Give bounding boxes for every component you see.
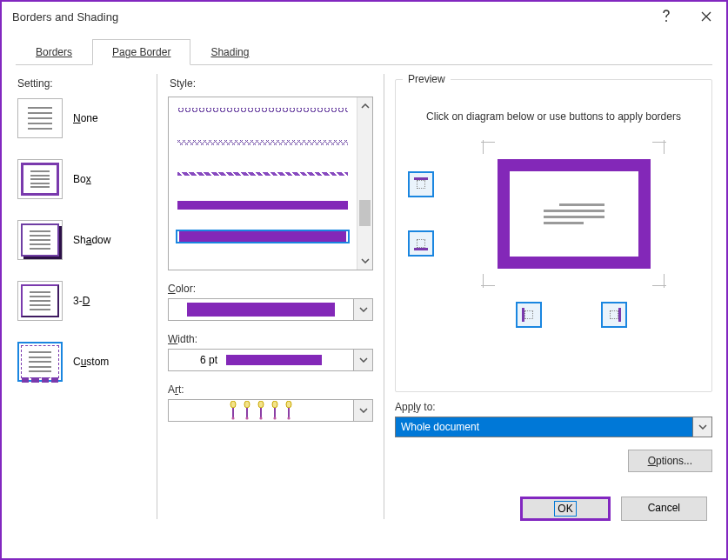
color-swatch <box>187 303 335 317</box>
preview-page <box>498 159 651 269</box>
svg-point-7 <box>272 401 277 408</box>
scroll-track[interactable] <box>357 115 372 252</box>
chevron-down-icon <box>361 258 370 263</box>
chevron-down-icon <box>359 357 368 363</box>
svg-point-1 <box>230 401 236 408</box>
cancel-button[interactable]: Cancel <box>621 497 707 521</box>
svg-point-6 <box>259 417 262 419</box>
width-label: Width: <box>168 333 373 345</box>
style-item-solid-thin[interactable] <box>176 198 350 212</box>
width-value: 6 pt <box>200 354 217 366</box>
preview-hint: Click on diagram below or use buttons to… <box>420 110 687 124</box>
style-item-zigzag[interactable] <box>176 136 350 150</box>
color-arrow[interactable] <box>353 299 372 320</box>
art-item-icon <box>284 401 294 420</box>
footer-buttons: OK Cancel <box>520 497 707 521</box>
art-item-icon <box>242 401 252 420</box>
dialog-borders-shading: Borders and Shading Borders Page Border … <box>0 0 728 560</box>
window-title: Borders and Shading <box>12 10 646 23</box>
setting-box[interactable]: Box <box>17 159 146 199</box>
setting-label: Setting: <box>17 77 146 90</box>
art-item-icon <box>270 401 280 420</box>
art-dropdown[interactable] <box>168 399 373 422</box>
apply-to-row: Apply to: Whole document <box>395 401 712 437</box>
help-button[interactable] <box>646 2 686 31</box>
scroll-thumb[interactable] <box>359 200 371 226</box>
preview-label: Preview <box>403 73 451 85</box>
close-button[interactable] <box>686 2 726 31</box>
art-label: Art: <box>168 383 373 396</box>
window-buttons <box>646 2 726 31</box>
ok-button[interactable]: OK <box>520 497 610 521</box>
tab-page-border[interactable]: Page Border <box>92 39 190 65</box>
edge-buttons-vertical <box>408 171 434 257</box>
setting-shadow[interactable]: Shadow <box>17 220 146 260</box>
apply-to-dropdown[interactable]: Whole document <box>395 417 712 437</box>
svg-point-3 <box>244 401 250 408</box>
border-right-button[interactable] <box>601 302 627 328</box>
color-dropdown[interactable] <box>168 298 373 321</box>
scroll-down-button[interactable] <box>357 252 372 270</box>
apply-to-value: Whole document <box>396 417 692 437</box>
thumb-none <box>17 98 63 138</box>
thumb-3d <box>17 281 63 321</box>
svg-point-0 <box>665 20 667 22</box>
border-right-icon <box>607 308 621 322</box>
help-icon <box>661 10 671 23</box>
style-label: Style: <box>170 77 373 90</box>
svg-point-5 <box>258 401 264 408</box>
thumb-box <box>17 159 63 199</box>
separator-1 <box>157 74 157 519</box>
border-top-icon <box>414 177 428 191</box>
width-swatch <box>226 355 322 365</box>
style-column: Style: <box>168 74 373 519</box>
tab-shading[interactable]: Shading <box>190 39 269 65</box>
svg-point-10 <box>287 417 290 419</box>
preview-page-inner <box>510 171 638 257</box>
color-label: Color: <box>168 283 373 295</box>
setting-column: Setting: None Box <box>16 74 146 519</box>
preview-diagram[interactable] <box>443 140 705 288</box>
border-left-icon <box>522 308 536 322</box>
dialog-content: Borders Page Border Shading Setting: Non… <box>2 31 726 533</box>
tab-borders[interactable]: Borders <box>16 39 92 65</box>
preview-column: Preview Click on diagram below or use bu… <box>395 74 712 519</box>
chevron-down-icon <box>359 307 368 312</box>
art-item-icon <box>228 401 238 420</box>
style-items <box>169 97 357 270</box>
apply-to-arrow[interactable] <box>692 417 711 437</box>
setting-3d[interactable]: 3-D <box>17 281 146 321</box>
style-listbox[interactable] <box>168 97 373 270</box>
thumb-shadow <box>17 220 63 260</box>
color-value <box>169 299 353 320</box>
dialog-body: Setting: None Box <box>16 70 712 519</box>
separator-2 <box>384 74 384 519</box>
art-sample <box>228 401 294 420</box>
svg-point-8 <box>273 417 276 419</box>
setting-custom[interactable]: Custom <box>17 342 146 382</box>
preview-text-lines <box>544 200 604 228</box>
edge-buttons-horizontal <box>437 302 705 328</box>
border-bottom-button[interactable] <box>408 230 434 257</box>
border-top-button[interactable] <box>408 171 434 197</box>
style-item-solid-thick[interactable] <box>176 230 350 243</box>
border-bottom-icon <box>414 237 428 250</box>
style-item-wavy[interactable] <box>176 104 350 118</box>
width-arrow[interactable] <box>353 350 372 370</box>
art-item-icon <box>256 401 266 420</box>
options-button[interactable]: Options... <box>628 450 712 472</box>
style-scrollbar[interactable] <box>357 97 372 270</box>
chevron-up-icon <box>361 103 370 109</box>
options-row: Options... <box>395 450 712 472</box>
preview-mid <box>403 140 705 288</box>
style-item-dashed[interactable] <box>176 167 350 181</box>
tab-strip: Borders Page Border Shading <box>16 38 712 65</box>
width-dropdown[interactable]: 6 pt <box>168 349 373 371</box>
border-left-button[interactable] <box>516 302 542 328</box>
setting-none[interactable]: None <box>17 98 146 138</box>
svg-point-9 <box>286 401 291 408</box>
apply-to-label: Apply to: <box>395 401 712 413</box>
chevron-down-icon <box>698 424 707 430</box>
scroll-up-button[interactable] <box>357 97 372 115</box>
art-arrow[interactable] <box>353 400 372 421</box>
